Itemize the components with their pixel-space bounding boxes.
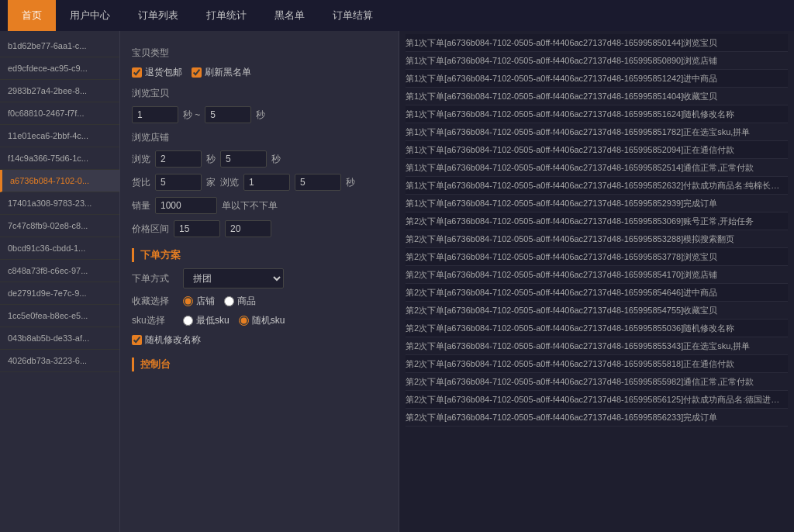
browse-item-row: 秒 ~ 秒 (132, 106, 387, 123)
sidebar-item-12[interactable]: 1cc5e0fea-b8ec-e5... (0, 305, 119, 327)
beitype-checkboxes: 退货包邮 刷新黑名单 (132, 66, 387, 79)
compare-browse-max[interactable] (295, 174, 341, 191)
checkbox-tuihuo[interactable]: 退货包邮 (132, 66, 182, 79)
collect-radio-group: 店铺 商品 (183, 295, 256, 308)
log-line-15: 第2次下单[a6736b084-7102-0505-a0ff-f4406ac27… (406, 302, 788, 320)
top-nav: 首页 用户中心 订单列表 打单统计 黑名单 订单结算 (0, 0, 794, 31)
sidebar-item-11[interactable]: de2791d9e-7e7c-9... (0, 282, 119, 305)
log-panel: 第1次下单[a6736b084-7102-0505-a0ff-f4406ac27… (399, 31, 794, 532)
sku-min-label: 最低sku (196, 314, 230, 327)
sales-row: 销量 单以下不下单 (132, 197, 387, 214)
sku-row: sku选择 最低sku 随机sku (132, 314, 387, 327)
log-line-13: 第2次下单[a6736b084-7102-0505-a0ff-f4406ac27… (406, 266, 788, 284)
log-line-14: 第2次下单[a6736b084-7102-0505-a0ff-f4406ac27… (406, 284, 788, 302)
log-line-19: 第2次下单[a6736b084-7102-0505-a0ff-f4406ac27… (406, 373, 788, 391)
log-line-16: 第2次下单[a6736b084-7102-0505-a0ff-f4406ac27… (406, 320, 788, 337)
log-line-4: 第1次下单[a6736b084-7102-0505-a0ff-f4406ac27… (406, 105, 788, 123)
price-min[interactable] (174, 220, 220, 237)
log-line-18: 第2次下单[a6736b084-7102-0505-a0ff-f4406ac27… (406, 355, 788, 373)
sku-random-label: 随机sku (252, 314, 285, 327)
config-panel: 宝贝类型 退货包邮 刷新黑名单 浏览宝贝 秒 ~ 秒 浏览店铺 浏览 秒 秒 (120, 31, 399, 532)
log-line-3: 第1次下单[a6736b084-7102-0505-a0ff-f4406ac27… (406, 88, 788, 105)
browse-store-max[interactable] (220, 150, 267, 168)
control-title: 控制台 (132, 358, 387, 371)
browse-item-label: 浏览宝贝 (132, 87, 387, 100)
collect-shop-label: 店铺 (196, 295, 215, 308)
checkbox-tuihuo-input[interactable] (132, 67, 142, 78)
log-line-6: 第1次下单[a6736b084-7102-0505-a0ff-f4406ac27… (406, 141, 788, 159)
log-line-5: 第1次下单[a6736b084-7102-0505-a0ff-f4406ac27… (406, 123, 788, 141)
collect-product-label: 商品 (237, 295, 256, 308)
log-line-0: 第1次下单[a6736b084-7102-0505-a0ff-f4406ac27… (406, 34, 788, 52)
sidebar-item-3[interactable]: f0c68810-2467-f7f... (0, 102, 119, 125)
nav-blacklist[interactable]: 黑名单 (261, 0, 319, 31)
browse-item-max[interactable] (205, 106, 251, 123)
sidebar-item-8[interactable]: 7c47c8fb9-02e8-c8... (0, 215, 119, 237)
order-method-select[interactable]: 拼团 普通 (183, 268, 284, 288)
sales-input[interactable] (155, 197, 217, 214)
checkbox-shuaxin-input[interactable] (192, 67, 202, 78)
log-line-2: 第1次下单[a6736b084-7102-0505-a0ff-f4406ac27… (406, 70, 788, 88)
browse-store-label: 浏览店铺 (132, 131, 387, 144)
sidebar-item-5[interactable]: f14c9a366-75d6-1c... (0, 147, 119, 170)
log-line-11: 第2次下单[a6736b084-7102-0505-a0ff-f4406ac27… (406, 230, 788, 248)
beitype-label: 宝贝类型 (132, 47, 387, 60)
sidebar-item-9[interactable]: 0bcd91c36-cbdd-1... (0, 237, 119, 260)
sku-label: sku选择 (132, 314, 178, 327)
nav-print-stats[interactable]: 打单统计 (192, 0, 261, 31)
collect-shop-radio[interactable]: 店铺 (183, 295, 215, 308)
log-line-12: 第2次下单[a6736b084-7102-0505-a0ff-f4406ac27… (406, 248, 788, 266)
sidebar-item-14[interactable]: 4026db73a-3223-6... (0, 350, 119, 372)
collect-product-input[interactable] (224, 296, 234, 306)
compare-browse-val[interactable] (243, 174, 290, 191)
price-max[interactable] (225, 220, 271, 237)
price-row: 价格区间 (132, 220, 387, 237)
order-method-row: 下单方式 拼团 普通 (132, 268, 387, 288)
sidebar-item-6[interactable]: a6736b084-7102-0... (0, 170, 119, 192)
left-sidebar: b1d62be77-6aa1-c...ed9cfdece-ac95-c9...2… (0, 31, 120, 532)
log-line-7: 第1次下单[a6736b084-7102-0505-a0ff-f4406ac27… (406, 159, 788, 177)
nav-home[interactable]: 首页 (8, 0, 56, 31)
sku-random-input[interactable] (239, 316, 249, 326)
sidebar-item-4[interactable]: 11e01eca6-2bbf-4c... (0, 125, 119, 147)
sidebar-item-2[interactable]: 2983b27a4-2bee-8... (0, 80, 119, 102)
collect-label: 收藏选择 (132, 295, 178, 308)
sku-radio-group: 最低sku 随机sku (183, 314, 285, 327)
main-layout: b1d62be77-6aa1-c...ed9cfdece-ac95-c9...2… (0, 31, 794, 532)
browse-store-row: 浏览 秒 秒 (132, 150, 387, 168)
sku-random-radio[interactable]: 随机sku (239, 314, 285, 327)
browse-item-min[interactable] (132, 106, 178, 123)
sidebar-item-7[interactable]: 17401a308-9783-23... (0, 192, 119, 215)
nav-order-list[interactable]: 订单列表 (124, 0, 192, 31)
compare-row: 货比 家 浏览 秒 (132, 174, 387, 191)
log-line-17: 第2次下单[a6736b084-7102-0505-a0ff-f4406ac27… (406, 337, 788, 355)
checkbox-tuihuo-label: 退货包邮 (145, 66, 182, 79)
sidebar-item-10[interactable]: c848a73f8-c6ec-97... (0, 260, 119, 282)
collect-shop-input[interactable] (183, 296, 193, 306)
nav-order-settle[interactable]: 订单结算 (319, 0, 387, 31)
sidebar-item-13[interactable]: 043b8ab5b-de33-af... (0, 327, 119, 350)
log-line-9: 第1次下单[a6736b084-7102-0505-a0ff-f4406ac27… (406, 195, 788, 212)
random-name-checkbox[interactable]: 随机修改名称 (132, 333, 201, 347)
sku-min-radio[interactable]: 最低sku (183, 314, 230, 327)
sidebar-item-0[interactable]: b1d62be77-6aa1-c... (0, 35, 119, 57)
order-plan-title: 下单方案 (132, 248, 387, 262)
log-line-10: 第2次下单[a6736b084-7102-0505-a0ff-f4406ac27… (406, 212, 788, 230)
log-line-8: 第1次下单[a6736b084-7102-0505-a0ff-f4406ac27… (406, 177, 788, 195)
order-method-label: 下单方式 (132, 272, 178, 285)
log-line-1: 第1次下单[a6736b084-7102-0505-a0ff-f4406ac27… (406, 52, 788, 70)
random-name-row: 随机修改名称 (132, 333, 387, 347)
log-line-20: 第2次下单[a6736b084-7102-0505-a0ff-f4406ac27… (406, 391, 788, 409)
log-line-21: 第2次下单[a6736b084-7102-0505-a0ff-f4406ac27… (406, 409, 788, 427)
collect-row: 收藏选择 店铺 商品 (132, 295, 387, 308)
checkbox-shuaxin-label: 刷新黑名单 (205, 66, 251, 79)
checkbox-shuaxin[interactable]: 刷新黑名单 (192, 66, 251, 79)
random-name-label: 随机修改名称 (145, 333, 201, 347)
nav-user-center[interactable]: 用户中心 (56, 0, 124, 31)
sku-min-input[interactable] (183, 316, 193, 326)
browse-store-min[interactable] (155, 150, 202, 168)
compare-count[interactable] (155, 174, 202, 191)
random-name-input[interactable] (132, 335, 142, 345)
collect-product-radio[interactable]: 商品 (224, 295, 256, 308)
sidebar-item-1[interactable]: ed9cfdece-ac95-c9... (0, 57, 119, 80)
